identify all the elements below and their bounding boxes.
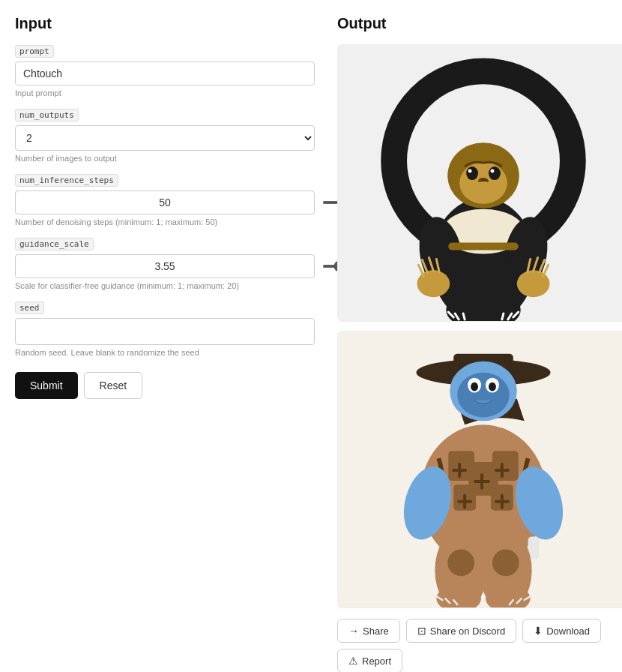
- svg-rect-16: [448, 243, 518, 250]
- action-buttons-row: → Share ⊡ Share on Discord ⬇ Download ⚠ …: [337, 619, 622, 672]
- report-label: Report: [362, 656, 391, 667]
- form-button-row: Submit Reset: [15, 372, 315, 399]
- svg-point-40: [492, 549, 519, 576]
- download-label: Download: [546, 626, 590, 637]
- report-button[interactable]: ⚠ Report: [337, 649, 402, 672]
- prompt-hint: Input prompt: [15, 88, 315, 98]
- guidance-scale-label: guidance_scale: [15, 238, 94, 250]
- num-inference-steps-field-group: num_inference_steps Number of denoising …: [15, 173, 315, 226]
- seed-hint: Random seed. Leave blank to randomize th…: [15, 348, 315, 357]
- svg-point-8: [468, 170, 472, 173]
- num-outputs-hint: Number of images to output: [15, 154, 315, 163]
- prompt-field-group: prompt Input prompt: [15, 44, 315, 98]
- output-image-1: [337, 44, 622, 322]
- svg-point-39: [447, 549, 474, 576]
- output-images-container: [337, 44, 622, 608]
- svg-point-7: [489, 166, 501, 180]
- seed-input[interactable]: [15, 318, 315, 345]
- output-panel: Output: [337, 15, 622, 672]
- num-outputs-select[interactable]: 1 2 3 4: [15, 125, 315, 151]
- num-inference-steps-value[interactable]: [15, 190, 315, 214]
- share-discord-label: Share on Discord: [430, 626, 505, 637]
- pokemon-svg-2: [338, 332, 622, 608]
- guidance-scale-field-group: guidance_scale Scale for classifier-free…: [15, 237, 315, 290]
- discord-icon: ⊡: [417, 625, 426, 637]
- share-button[interactable]: → Share: [337, 619, 400, 643]
- output-image-2: [337, 331, 622, 608]
- prompt-input[interactable]: [15, 62, 315, 86]
- share-label: Share: [363, 626, 389, 637]
- svg-point-11: [468, 182, 498, 200]
- num-outputs-field-group: num_outputs 1 2 3 4 Number of images to …: [15, 108, 315, 163]
- submit-button[interactable]: Submit: [15, 372, 78, 399]
- seed-field-group: seed Random seed. Leave blank to randomi…: [15, 301, 315, 357]
- download-icon: ⬇: [534, 625, 543, 637]
- seed-label: seed: [15, 302, 44, 314]
- prompt-label: prompt: [15, 45, 54, 58]
- reset-button[interactable]: Reset: [84, 372, 143, 399]
- guidance-scale-hint: Scale for classifier-free guidance (mini…: [15, 281, 315, 290]
- svg-point-9: [490, 170, 494, 173]
- svg-point-27: [489, 382, 496, 392]
- share-discord-button[interactable]: ⊡ Share on Discord: [406, 619, 516, 643]
- output-title: Output: [337, 15, 622, 32]
- input-title: Input: [15, 15, 315, 32]
- report-icon: ⚠: [348, 655, 358, 667]
- num-inference-steps-hint: Number of denoising steps (minimum: 1; m…: [15, 218, 315, 226]
- guidance-scale-value[interactable]: [15, 254, 315, 278]
- svg-point-23: [457, 373, 510, 418]
- input-panel: Input prompt Input prompt num_outputs 1 …: [15, 15, 315, 672]
- pokemon-svg-1: [338, 45, 622, 321]
- num-outputs-label: num_outputs: [15, 109, 79, 122]
- download-button[interactable]: ⬇ Download: [522, 619, 601, 643]
- svg-point-6: [466, 166, 478, 180]
- svg-point-26: [471, 382, 478, 392]
- num-inference-steps-label: num_inference_steps: [15, 174, 118, 187]
- share-icon: →: [348, 625, 359, 637]
